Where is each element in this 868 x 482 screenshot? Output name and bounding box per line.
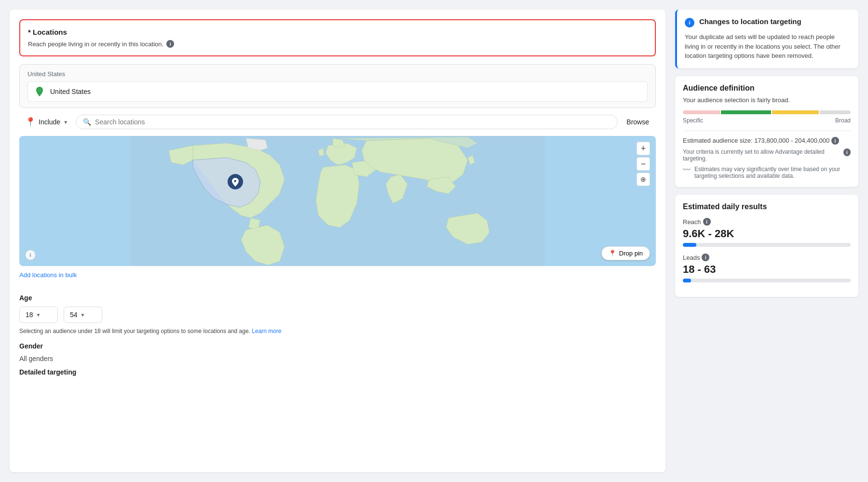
age-max-chevron: ▼	[81, 312, 85, 318]
reach-info-icon[interactable]: i	[703, 218, 711, 226]
locations-info-icon[interactable]: i	[166, 40, 174, 48]
locations-title: * Locations	[28, 28, 647, 36]
changes-body: Your duplicate ad sets will be updated t…	[685, 32, 851, 61]
audience-definition-card: Audience definition Your audience select…	[675, 76, 858, 187]
add-bulk-link[interactable]: Add locations in bulk	[19, 271, 77, 279]
reach-bar-fill	[683, 243, 696, 247]
world-map	[19, 136, 656, 266]
audience-size-info-icon[interactable]: i	[831, 137, 839, 145]
gender-label: Gender	[19, 342, 656, 350]
locations-subtitle: Reach people living in or recently in th…	[28, 40, 647, 48]
gender-value: All genders	[19, 355, 656, 362]
search-icon: 🔍	[83, 118, 91, 126]
leads-info-icon[interactable]: i	[702, 254, 709, 261]
location-pin-icon	[34, 86, 45, 97]
compass-button[interactable]: ⊕	[637, 173, 650, 186]
search-input[interactable]	[95, 118, 610, 126]
reach-label: Reach i	[683, 218, 851, 226]
audience-criteria-note: Your criteria is currently set to allow …	[683, 148, 851, 162]
map-container: + − ⊕ i 📍 Drop pin	[19, 136, 656, 266]
location-item: United States	[27, 81, 648, 102]
audience-title: Audience definition	[683, 84, 851, 93]
search-row: 📍 Include ▼ 🔍 Browse	[19, 114, 656, 130]
changes-card: i Changes to location targeting Your dup…	[675, 10, 858, 68]
changes-info-icon: i	[685, 18, 694, 27]
green-pin-icon: 📍	[25, 117, 36, 127]
search-container: 🔍	[76, 115, 618, 129]
location-box-header: United States	[27, 70, 648, 78]
bar-labels: Specific Broad	[683, 117, 851, 124]
location-box: United States United States	[19, 64, 656, 108]
locations-card: * Locations Reach people living in or re…	[19, 19, 656, 56]
age-min-select[interactable]: 18 ▼	[19, 307, 58, 323]
estimates-note: 〰 Estimates may vary significantly over …	[683, 166, 851, 179]
pin-icon: 📍	[609, 250, 616, 257]
leads-bar-container	[683, 279, 851, 282]
right-panel: i Changes to location targeting Your dup…	[675, 10, 858, 472]
reach-bar-container	[683, 243, 851, 247]
age-label: Age	[19, 294, 656, 302]
changes-header: i Changes to location targeting	[685, 17, 851, 27]
bar-middle-yellow	[772, 110, 819, 114]
map-info-button[interactable]: i	[25, 250, 36, 260]
leads-label: Leads i	[683, 254, 851, 261]
audience-bar	[683, 110, 851, 114]
age-row: 18 ▼ 54 ▼	[19, 307, 656, 323]
detailed-targeting-label: Detailed targeting	[19, 368, 656, 376]
learn-more-link[interactable]: Learn more	[252, 328, 281, 335]
results-title: Estimated daily results	[683, 202, 851, 211]
age-max-select[interactable]: 54 ▼	[64, 307, 102, 323]
zoom-in-button[interactable]: +	[637, 142, 650, 155]
chevron-down-icon: ▼	[63, 120, 68, 125]
include-button[interactable]: 📍 Include ▼	[21, 114, 72, 130]
bar-specific	[683, 110, 720, 114]
daily-results-card: Estimated daily results Reach i 9.6K - 2…	[675, 195, 858, 297]
leads-bar-fill	[683, 279, 691, 282]
reach-value: 9.6K - 28K	[683, 228, 851, 240]
leads-value: 18 - 63	[683, 263, 851, 276]
audience-size: Estimated audience size: 173,800,000 - 2…	[683, 137, 851, 145]
map-controls: + − ⊕	[637, 142, 650, 186]
drop-pin-button[interactable]: 📍 Drop pin	[601, 246, 650, 260]
age-min-chevron: ▼	[36, 312, 41, 318]
audience-subtitle: Your audience selection is fairly broad.	[683, 96, 851, 104]
zoom-out-button[interactable]: −	[637, 157, 650, 171]
changes-title: Changes to location targeting	[699, 17, 801, 26]
criteria-info-icon[interactable]: i	[843, 148, 851, 156]
bar-middle-green	[721, 110, 771, 114]
bar-broad	[820, 110, 851, 114]
location-name: United States	[50, 88, 91, 95]
age-note: Selecting an audience under 18 will limi…	[19, 328, 656, 335]
browse-button[interactable]: Browse	[622, 115, 654, 129]
divider	[683, 131, 851, 131]
trend-icon: 〰	[683, 166, 691, 174]
usa-pin	[228, 174, 243, 189]
